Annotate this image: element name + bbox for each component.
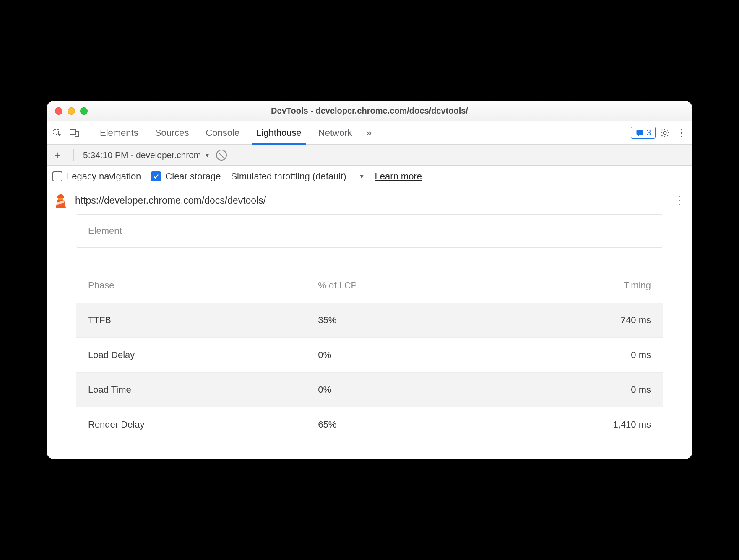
tabs-overflow-icon[interactable]: » (362, 125, 377, 140)
svg-point-4 (664, 131, 666, 134)
messages-count: 3 (646, 128, 651, 137)
col-timing: Timing (486, 268, 663, 303)
tab-sources[interactable]: Sources (148, 121, 197, 144)
dropdown-caret-icon: ▼ (359, 173, 365, 180)
separator (87, 127, 87, 139)
throttling-dropdown[interactable]: Simulated throttling (default) ▼ (231, 171, 364, 182)
svg-rect-5 (58, 198, 63, 200)
table-header-row: Phase % of LCP Timing (76, 268, 663, 303)
devtools-tabs: Elements Sources Console Lighthouse Netw… (47, 121, 692, 145)
clear-storage-label: Clear storage (165, 171, 221, 182)
element-card-label: Element (88, 226, 122, 236)
window-title: DevTools - developer.chrome.com/docs/dev… (47, 106, 692, 116)
cell-pct: 0% (306, 338, 486, 373)
element-card[interactable]: Element (76, 214, 663, 248)
lighthouse-logo-icon (54, 193, 68, 209)
table-row: Load Delay 0% 0 ms (76, 338, 663, 373)
report-content: Element Phase % of LCP Timing TTFB 35% 7… (47, 214, 692, 459)
table-row: Load Time 0% 0 ms (76, 373, 663, 407)
cell-timing: 0 ms (486, 338, 663, 373)
close-window-button[interactable] (55, 107, 62, 115)
cell-timing: 0 ms (486, 373, 663, 407)
col-pct: % of LCP (306, 268, 486, 303)
learn-more-link[interactable]: Learn more (375, 171, 422, 182)
legacy-navigation-checkbox[interactable] (52, 171, 62, 181)
clear-storage-option[interactable]: Clear storage (151, 171, 221, 182)
lcp-phase-table: Phase % of LCP Timing TTFB 35% 740 ms Lo… (76, 268, 663, 442)
device-toolbar-icon[interactable] (67, 125, 82, 140)
cell-pct: 65% (306, 407, 486, 442)
titlebar: DevTools - developer.chrome.com/docs/dev… (47, 101, 692, 121)
cell-pct: 0% (306, 373, 486, 407)
col-phase: Phase (76, 268, 307, 303)
separator (73, 149, 74, 161)
lighthouse-report-toolbar: ＋ 5:34:10 PM - developer.chrom ▼ (47, 145, 692, 166)
table-row: TTFB 35% 740 ms (76, 303, 663, 338)
report-selector-dropdown[interactable]: 5:34:10 PM - developer.chrom ▼ (83, 150, 210, 160)
inspect-element-icon[interactable] (50, 125, 65, 140)
new-report-button[interactable]: ＋ (51, 148, 64, 162)
kebab-menu-icon[interactable]: ⋮ (674, 125, 689, 140)
report-url-row: https://developer.chrome.com/docs/devtoo… (47, 187, 692, 214)
settings-gear-icon[interactable] (657, 125, 672, 140)
legacy-navigation-label: Legacy navigation (67, 171, 141, 182)
minimize-window-button[interactable] (68, 107, 75, 115)
report-menu-icon[interactable]: ⋮ (674, 197, 685, 204)
cell-phase: Load Time (76, 373, 307, 407)
clear-storage-checkbox[interactable] (151, 171, 161, 181)
cell-phase: Render Delay (76, 407, 307, 442)
tab-elements[interactable]: Elements (92, 121, 146, 144)
tab-network[interactable]: Network (311, 121, 360, 144)
svg-rect-3 (636, 130, 643, 135)
cell-timing: 740 ms (486, 303, 663, 338)
cell-pct: 35% (306, 303, 486, 338)
zoom-window-button[interactable] (80, 107, 88, 115)
table-row: Render Delay 65% 1,410 ms (76, 407, 663, 442)
tab-lighthouse[interactable]: Lighthouse (249, 121, 309, 144)
cell-phase: Load Delay (76, 338, 307, 373)
dropdown-caret-icon: ▼ (204, 152, 210, 158)
cell-timing: 1,410 ms (486, 407, 663, 442)
clear-report-button[interactable] (216, 150, 227, 161)
tab-console[interactable]: Console (198, 121, 247, 144)
report-url: https://developer.chrome.com/docs/devtoo… (75, 195, 666, 206)
traffic-lights (47, 107, 88, 115)
messages-badge[interactable]: 3 (631, 127, 656, 139)
throttling-label: Simulated throttling (default) (231, 171, 346, 182)
lighthouse-settings: Legacy navigation Clear storage Simulate… (47, 166, 692, 187)
devtools-window: DevTools - developer.chrome.com/docs/dev… (47, 101, 692, 459)
cell-phase: TTFB (76, 303, 307, 338)
report-selector-label: 5:34:10 PM - developer.chrom (83, 150, 201, 160)
legacy-navigation-option[interactable]: Legacy navigation (52, 171, 141, 182)
